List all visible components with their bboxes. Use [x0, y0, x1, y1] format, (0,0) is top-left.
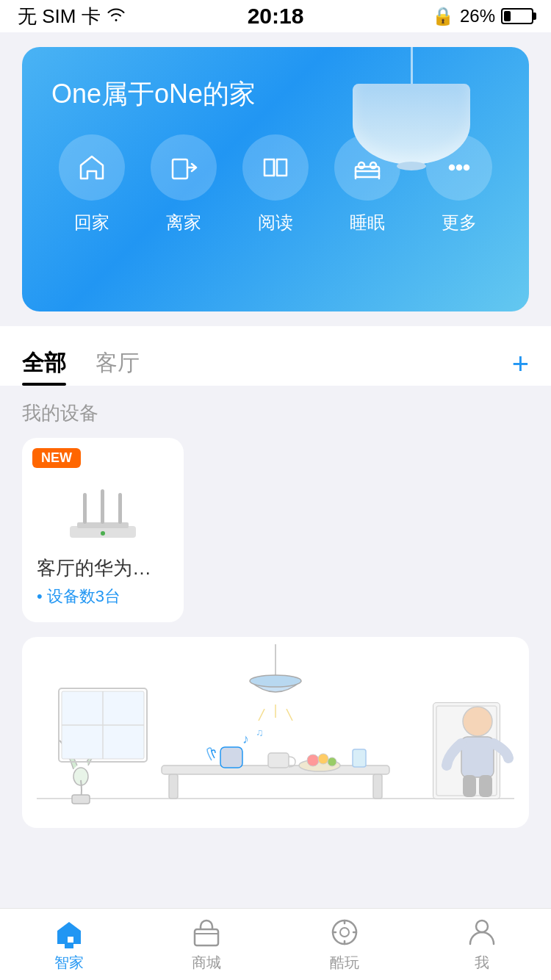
svg-line-22 [259, 709, 264, 721]
action-read[interactable]: 阅读 [242, 134, 309, 234]
svg-rect-0 [173, 159, 187, 179]
svg-point-12 [101, 531, 105, 536]
devices-label: 我的设备 [22, 400, 529, 426]
devices-section: 我的设备 NEW 客厅的华为路由... 设备数3台 [0, 386, 551, 622]
cool-icon [328, 916, 361, 948]
add-room-button[interactable]: + [512, 349, 529, 378]
svg-rect-10 [101, 489, 104, 524]
svg-point-46 [340, 928, 349, 937]
svg-rect-38 [463, 775, 476, 797]
device-card[interactable]: NEW 客厅的华为路由... 设备数3台 [22, 438, 184, 622]
status-bar: 无 SIM 卡 20:18 🔒 26% [0, 0, 551, 32]
battery-percentage: 26% [460, 6, 495, 26]
device-image [51, 475, 154, 548]
svg-line-23 [287, 709, 292, 721]
svg-text:♫: ♫ [256, 727, 264, 738]
battery-icon [501, 8, 533, 24]
device-name: 客厅的华为路由... [37, 555, 169, 581]
svg-rect-15 [72, 795, 90, 804]
lock-icon: 🔒 [432, 6, 454, 26]
svg-point-47 [476, 920, 488, 932]
svg-point-36 [463, 707, 492, 736]
svg-rect-32 [353, 749, 366, 767]
svg-rect-27 [268, 753, 289, 768]
svg-point-29 [307, 754, 319, 766]
status-right: 🔒 26% [432, 6, 533, 26]
tabs-section: 全部 客厅 + [0, 326, 551, 386]
svg-rect-11 [118, 493, 122, 524]
action-more-label: 更多 [442, 211, 477, 234]
svg-rect-24 [220, 747, 242, 768]
svg-rect-9 [83, 493, 87, 524]
shop-label: 商城 [192, 953, 221, 973]
svg-rect-18 [373, 774, 382, 799]
tab-cool[interactable]: 酷玩 [293, 916, 396, 973]
device-count: 设备数3台 [37, 586, 169, 608]
action-leave[interactable]: 离家 [151, 134, 217, 234]
me-icon [466, 916, 498, 948]
svg-rect-44 [195, 929, 218, 945]
new-badge: NEW [32, 448, 81, 468]
shop-icon [190, 916, 223, 948]
illustration-section: ♪ ♫ [22, 637, 529, 828]
svg-text:♪: ♪ [242, 732, 249, 746]
action-leave-label: 离家 [166, 211, 201, 234]
tab-me[interactable]: 我 [431, 916, 533, 973]
action-read-label: 阅读 [258, 211, 293, 234]
tab-shop[interactable]: 商城 [155, 916, 258, 973]
tab-all[interactable]: 全部 [22, 341, 66, 386]
wifi-icon [107, 6, 126, 26]
action-sleep-label: 睡眠 [350, 211, 385, 234]
carrier-text: 无 SIM 卡 [18, 4, 101, 29]
zhijia-label: 智家 [54, 953, 84, 973]
svg-rect-39 [479, 775, 492, 797]
svg-point-20 [250, 675, 301, 687]
action-home-label: 回家 [74, 211, 109, 234]
status-time: 20:18 [248, 4, 304, 29]
cool-label: 酷玩 [330, 953, 359, 973]
status-left: 无 SIM 卡 [18, 4, 126, 29]
bottom-tabbar: 智家 商城 酷玩 我 [0, 908, 551, 980]
lamp-illustration [338, 47, 485, 201]
svg-point-30 [318, 754, 328, 764]
hero-banner: One属于oNe的家 回家 [22, 47, 529, 311]
zhijia-icon [53, 916, 85, 948]
tab-zhijia[interactable]: 智家 [18, 916, 120, 973]
svg-rect-17 [169, 774, 178, 799]
action-home[interactable]: 回家 [59, 134, 125, 234]
me-label: 我 [475, 953, 489, 973]
tab-living[interactable]: 客厅 [96, 341, 140, 386]
svg-point-31 [328, 757, 336, 766]
